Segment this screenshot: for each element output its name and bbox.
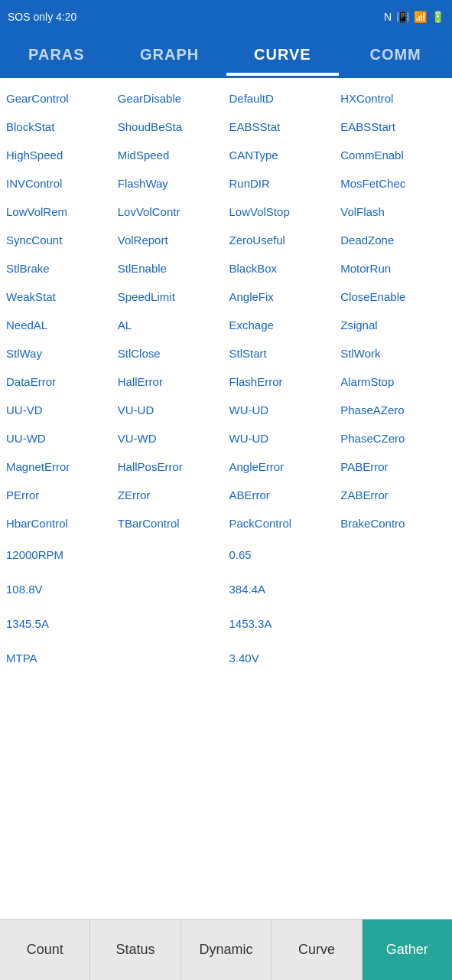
param-cell[interactable]: ZError [115,481,226,509]
param-cell[interactable]: MotorRun [337,254,449,283]
numeric-cell [115,572,226,606]
param-cell[interactable]: PackControl [226,509,338,537]
param-cell[interactable]: PABError [337,452,449,481]
param-cell[interactable]: LovVolContr [115,198,226,226]
param-cell[interactable]: PError [3,481,115,509]
param-cell[interactable]: BrakeContro [337,509,449,537]
tab-curve[interactable]: CURVE [226,34,340,76]
param-cell[interactable]: FlashWay [115,169,226,198]
param-cell[interactable]: WU-UD [226,424,338,452]
param-cell[interactable]: CANType [226,141,338,169]
param-cell[interactable]: VU-UD [115,396,226,424]
tab-comm[interactable]: COMM [339,34,452,76]
nav-btn-gather[interactable]: Gather [363,920,452,980]
param-cell[interactable]: StlBrake [3,254,115,283]
nav-btn-dynamic[interactable]: Dynamic [181,920,272,980]
numeric-cell [337,572,449,606]
status-text: SOS only 4:20 [8,11,76,23]
param-cell[interactable]: FlashError [226,368,338,396]
param-cell[interactable]: WU-UD [226,396,338,424]
status-left: SOS only 4:20 [8,11,76,23]
status-bar: SOS only 4:20 N 📳 📶 🔋 [0,0,452,34]
param-cell[interactable]: UU-VD [3,396,115,424]
tab-bar: PARAS GRAPH CURVE COMM [0,34,452,78]
param-cell[interactable]: BlockStat [3,113,115,141]
param-cell[interactable]: VolFlash [337,198,449,226]
numeric-cell [337,641,449,675]
content-area: GearControlGearDisableDefaultDHXControlB… [0,78,452,675]
numeric-cell: MTPA [3,641,115,675]
nav-btn-status[interactable]: Status [90,920,180,980]
param-cell[interactable]: ZABError [337,481,449,509]
param-cell[interactable]: CloseEnable [337,283,449,311]
param-cell[interactable]: AL [115,311,226,339]
param-cell[interactable]: ShoudBeSta [115,113,226,141]
param-cell[interactable]: BlackBox [226,254,338,283]
nav-btn-count[interactable]: Count [0,920,90,980]
param-cell[interactable]: DataError [3,368,115,396]
param-cell[interactable]: SyncCount [3,226,115,254]
param-cell[interactable]: AlarmStop [337,368,449,396]
param-cell[interactable]: RunDIR [226,169,338,198]
param-cell[interactable]: VolReport [115,226,226,254]
param-cell[interactable]: Exchage [226,311,338,339]
numeric-cell [337,606,449,641]
param-cell[interactable]: MidSpeed [115,141,226,169]
nav-btn-curve[interactable]: Curve [272,920,362,980]
param-cell[interactable]: GearDisable [115,84,226,113]
numeric-cell [115,641,226,675]
param-cell[interactable]: AngleFix [226,283,338,311]
numeric-cell: 1345.5A [3,606,115,641]
param-cell[interactable]: HallPosError [115,452,226,481]
param-cell[interactable]: CommEnabl [337,141,449,169]
param-cell[interactable]: StlWork [337,339,449,368]
param-cell[interactable]: EABSStart [337,113,449,141]
param-cell[interactable]: ZeroUseful [226,226,338,254]
param-cell[interactable]: DeadZone [337,226,449,254]
param-cell[interactable]: WeakStat [3,283,115,311]
numeric-cell: 12000RPM [3,537,115,572]
param-cell[interactable]: HbarControl [3,509,115,537]
param-cell[interactable]: StlClose [115,339,226,368]
param-cell[interactable]: INVControl [3,169,115,198]
param-cell[interactable]: StlEnable [115,254,226,283]
param-cell[interactable]: TBarControl [115,509,226,537]
numeric-cell [115,537,226,572]
numeric-cell: 3.40V [226,641,338,675]
param-cell[interactable]: HighSpeed [3,141,115,169]
param-cell[interactable]: ABError [226,481,338,509]
numeric-cell [115,606,226,641]
bottom-nav: CountStatusDynamicCurveGather [0,919,452,980]
param-cell[interactable]: MagnetError [3,452,115,481]
numeric-grid: 12000RPM0.65108.8V384.4A1345.5A1453.3AMT… [0,537,452,675]
param-cell[interactable]: Zsignal [337,311,449,339]
param-cell[interactable]: MosFetChec [337,169,449,198]
param-cell[interactable]: AngleError [226,452,338,481]
status-right: N 📳 📶 🔋 [384,11,444,23]
param-cell[interactable]: NeedAL [3,311,115,339]
tab-graph[interactable]: GRAPH [113,34,226,76]
numeric-cell: 0.65 [226,537,338,572]
param-cell[interactable]: HXControl [337,84,449,113]
param-cell[interactable]: StlStart [226,339,338,368]
param-cell[interactable]: HallError [115,368,226,396]
param-cell[interactable]: PhaseAZero [337,396,449,424]
vibrate-icon: 📳 [396,11,409,23]
param-cell[interactable]: DefaultD [226,84,338,113]
tab-paras[interactable]: PARAS [0,34,113,76]
param-cell[interactable]: SpeedLimit [115,283,226,311]
nfc-icon: N [384,11,392,23]
param-cell[interactable]: StlWay [3,339,115,368]
param-cell[interactable]: VU-WD [115,424,226,452]
numeric-cell: 384.4A [226,572,338,606]
param-cell[interactable]: LowVolStop [226,198,338,226]
param-cell[interactable]: LowVolRem [3,198,115,226]
param-cell[interactable]: GearControl [3,84,115,113]
param-cell[interactable]: EABSStat [226,113,338,141]
param-cell[interactable]: PhaseCZero [337,424,449,452]
numeric-cell: 1453.3A [226,606,338,641]
numeric-cell: 108.8V [3,572,115,606]
battery-icon: 🔋 [431,11,444,23]
param-cell[interactable]: UU-WD [3,424,115,452]
numeric-cell [337,537,449,572]
